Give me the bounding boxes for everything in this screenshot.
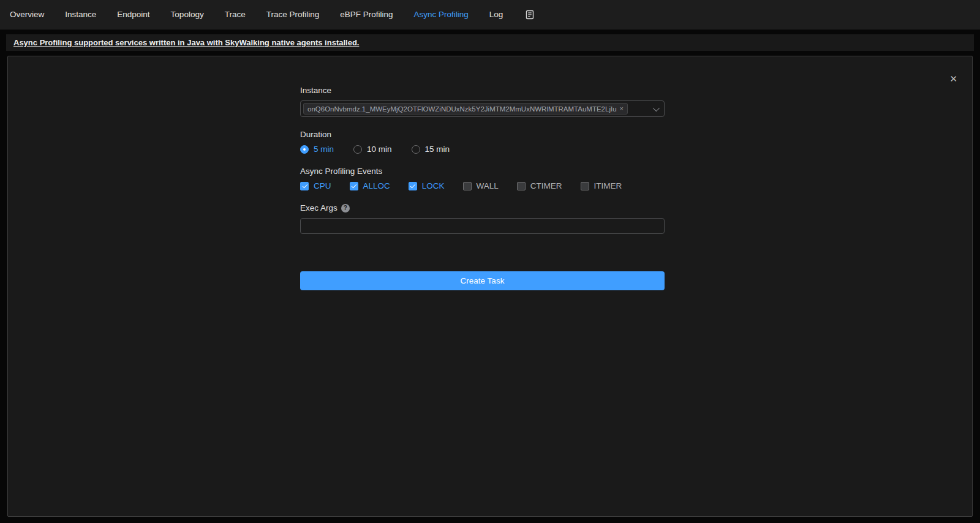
checkbox-label: CPU <box>314 181 331 190</box>
tab-endpoint[interactable]: Endpoint <box>117 10 149 19</box>
radio-icon <box>300 145 309 154</box>
radio-label: 5 min <box>314 145 334 154</box>
checkbox-icon <box>517 182 526 190</box>
checkbox-label: WALL <box>477 181 499 190</box>
events-label: Async Profiling Events <box>300 167 665 176</box>
instance-select[interactable]: onQ6OnNvbmdz.1_MWEyMjQ2OTFlOWZiNDUxNzk5Y… <box>300 100 665 117</box>
tab-log[interactable]: Log <box>489 10 503 19</box>
checkbox-label: ALLOC <box>363 181 390 190</box>
top-navigation: Overview Instance Endpoint Topology Trac… <box>0 0 980 29</box>
tab-trace[interactable]: Trace <box>225 10 246 19</box>
create-task-panel: ✕ Instance onQ6OnNvbmdz.1_MWEyMjQ2OTFlOW… <box>7 56 973 517</box>
duration-group: Duration 5 min 10 min 15 min <box>300 130 665 154</box>
instance-selected-tag: onQ6OnNvbmdz.1_MWEyMjQ2OTFlOWZiNDUxNzk5Y… <box>303 103 628 115</box>
event-option-ctimer[interactable]: CTIMER <box>517 181 562 190</box>
exec-args-input[interactable] <box>300 218 665 234</box>
close-icon[interactable]: ✕ <box>947 72 960 86</box>
radio-label: 15 min <box>425 145 450 154</box>
exec-args-label: Exec Args ? <box>300 203 665 213</box>
duration-option-10min[interactable]: 10 min <box>353 145 392 154</box>
duration-label: Duration <box>300 130 665 139</box>
checkbox-label: LOCK <box>422 181 445 190</box>
exec-args-label-text: Exec Args <box>300 203 337 213</box>
checkbox-label: ITIMER <box>594 181 622 190</box>
exec-args-group: Exec Args ? <box>300 203 665 234</box>
event-option-cpu[interactable]: CPU <box>300 181 331 190</box>
radio-icon <box>412 145 420 154</box>
instance-tag-label: onQ6OnNvbmdz.1_MWEyMjQ2OTFlOWZiNDUxNzk5Y… <box>307 105 617 113</box>
tab-async-profiling[interactable]: Async Profiling <box>414 10 469 19</box>
info-banner-text: Async Profiling supported services writt… <box>13 38 359 47</box>
task-list-icon[interactable] <box>524 9 536 21</box>
help-icon[interactable]: ? <box>341 204 350 213</box>
create-task-button[interactable]: Create Task <box>300 271 665 290</box>
events-options: CPU ALLOC LOCK WALL CTIMER <box>300 181 665 190</box>
tab-ebpf-profiling[interactable]: eBPF Profiling <box>340 10 393 19</box>
tab-topology[interactable]: Topology <box>171 10 204 19</box>
checkbox-icon <box>350 182 358 190</box>
checkbox-icon <box>581 182 589 190</box>
event-option-itimer[interactable]: ITIMER <box>581 181 622 190</box>
radio-label: 10 min <box>367 145 392 154</box>
tag-remove-icon[interactable]: × <box>620 105 624 112</box>
instance-label: Instance <box>300 86 665 95</box>
checkbox-icon <box>463 182 472 190</box>
tab-instance[interactable]: Instance <box>65 10 96 19</box>
instance-group: Instance onQ6OnNvbmdz.1_MWEyMjQ2OTFlOWZi… <box>300 86 665 117</box>
info-banner: Async Profiling supported services writt… <box>6 34 974 51</box>
checkbox-icon <box>409 182 417 190</box>
chevron-down-icon <box>653 104 660 111</box>
checkbox-icon <box>300 182 309 190</box>
create-task-form: Instance onQ6OnNvbmdz.1_MWEyMjQ2OTFlOWZi… <box>300 86 665 290</box>
duration-option-15min[interactable]: 15 min <box>412 145 450 154</box>
tab-trace-profiling[interactable]: Trace Profiling <box>266 10 320 19</box>
radio-icon <box>353 145 362 154</box>
event-option-lock[interactable]: LOCK <box>409 181 445 190</box>
duration-options: 5 min 10 min 15 min <box>300 145 665 154</box>
duration-option-5min[interactable]: 5 min <box>300 145 334 154</box>
event-option-alloc[interactable]: ALLOC <box>350 181 390 190</box>
events-group: Async Profiling Events CPU ALLOC LOCK WA… <box>300 167 665 190</box>
checkbox-label: CTIMER <box>530 181 562 190</box>
tab-overview[interactable]: Overview <box>10 10 44 19</box>
event-option-wall[interactable]: WALL <box>463 181 499 190</box>
